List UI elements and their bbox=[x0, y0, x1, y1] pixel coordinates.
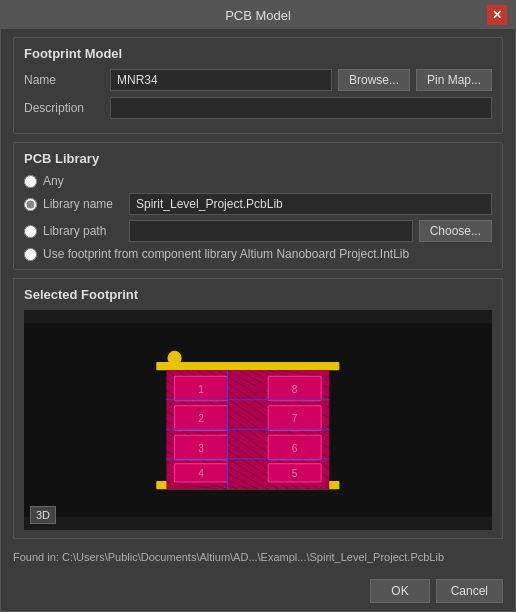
footprint-canvas: 1 2 3 4 8 7 bbox=[24, 310, 492, 530]
3d-button[interactable]: 3D bbox=[30, 506, 56, 524]
close-button[interactable]: ✕ bbox=[487, 5, 507, 25]
description-input[interactable] bbox=[110, 97, 492, 119]
name-label: Name bbox=[24, 73, 104, 87]
description-label: Description bbox=[24, 101, 104, 115]
title-bar: PCB Model ✕ bbox=[1, 1, 515, 29]
pcb-library-title: PCB Library bbox=[24, 151, 492, 166]
found-in-label: Found in: bbox=[13, 551, 59, 563]
svg-text:8: 8 bbox=[292, 384, 298, 395]
any-row: Any bbox=[24, 174, 492, 188]
library-path-row: Library path Choose... bbox=[24, 220, 492, 242]
dialog-content: Footprint Model Name Browse... Pin Map..… bbox=[1, 29, 515, 573]
library-name-row: Library name bbox=[24, 193, 492, 215]
svg-text:4: 4 bbox=[198, 468, 204, 479]
ok-button[interactable]: OK bbox=[370, 579, 429, 603]
use-component-library-radio[interactable] bbox=[24, 248, 37, 261]
svg-text:6: 6 bbox=[292, 443, 298, 454]
library-path-radio[interactable] bbox=[24, 225, 37, 238]
library-path-label[interactable]: Library path bbox=[43, 224, 123, 238]
library-name-input[interactable] bbox=[129, 193, 492, 215]
selected-footprint-section: Selected Footprint bbox=[13, 278, 503, 539]
any-radio[interactable] bbox=[24, 175, 37, 188]
any-label[interactable]: Any bbox=[43, 174, 64, 188]
svg-point-2 bbox=[167, 351, 181, 365]
svg-text:2: 2 bbox=[198, 413, 204, 424]
dialog-footer: OK Cancel bbox=[1, 573, 515, 611]
library-name-radio[interactable] bbox=[24, 198, 37, 211]
browse-button[interactable]: Browse... bbox=[338, 69, 410, 91]
name-row: Name Browse... Pin Map... bbox=[24, 69, 492, 91]
library-name-label[interactable]: Library name bbox=[43, 197, 123, 211]
choose-button[interactable]: Choose... bbox=[419, 220, 492, 242]
found-in-path: C:\Users\Public\Documents\Altium\AD...\E… bbox=[62, 551, 444, 563]
footprint-model-section: Footprint Model Name Browse... Pin Map..… bbox=[13, 37, 503, 134]
svg-rect-1 bbox=[156, 362, 339, 370]
cancel-button[interactable]: Cancel bbox=[436, 579, 503, 603]
footprint-model-title: Footprint Model bbox=[24, 46, 492, 61]
selected-footprint-title: Selected Footprint bbox=[24, 287, 492, 302]
pcb-library-section: PCB Library Any Library name Library pat… bbox=[13, 142, 503, 270]
svg-text:5: 5 bbox=[292, 468, 298, 479]
pcb-model-dialog: PCB Model ✕ Footprint Model Name Browse.… bbox=[0, 0, 516, 612]
footprint-svg: 1 2 3 4 8 7 bbox=[24, 310, 492, 530]
use-library-row: Use footprint from component library Alt… bbox=[24, 247, 492, 261]
use-library-text[interactable]: Use footprint from component library Alt… bbox=[43, 247, 409, 261]
library-path-input[interactable] bbox=[129, 220, 413, 242]
svg-text:1: 1 bbox=[198, 384, 204, 395]
pin-map-button[interactable]: Pin Map... bbox=[416, 69, 492, 91]
svg-text:7: 7 bbox=[292, 413, 298, 424]
dialog-title: PCB Model bbox=[29, 8, 487, 23]
name-input[interactable] bbox=[110, 69, 332, 91]
svg-text:3: 3 bbox=[198, 443, 204, 454]
found-in-bar: Found in: C:\Users\Public\Documents\Alti… bbox=[13, 547, 503, 565]
description-row: Description bbox=[24, 97, 492, 119]
